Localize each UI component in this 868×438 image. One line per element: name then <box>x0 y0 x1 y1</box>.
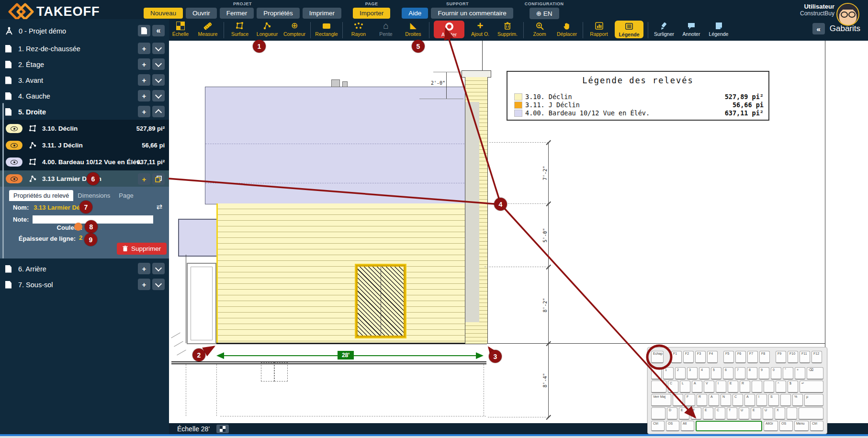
tool-arreter[interactable]: Arrêter <box>434 21 464 38</box>
hatched-window-takeoff[interactable] <box>356 265 406 337</box>
nouveau-button[interactable]: Nouveau <box>144 8 183 19</box>
add-takeoff-button[interactable]: + <box>138 263 150 274</box>
language-button[interactable]: ⊕ EN <box>530 8 559 19</box>
takeoff-item-bardeau[interactable]: 4.00. Bardeau 10/12 Vue en Élév. 637,11 … <box>0 154 169 170</box>
door-inner-panel <box>191 267 213 340</box>
tool-annoter[interactable]: Annoter <box>680 21 703 37</box>
sidebar-scrollbar[interactable] <box>2 103 4 258</box>
page-icon <box>5 77 11 84</box>
keyboard-key: 5 <box>711 367 721 380</box>
keyboard-key: F10 <box>788 351 798 363</box>
visibility-eye-icon[interactable] <box>6 124 23 133</box>
keyboard-key: C <box>715 407 725 420</box>
visibility-eye-icon[interactable] <box>6 141 23 150</box>
tool-rectangle[interactable]: Rectangle <box>315 21 338 37</box>
scale-tool-button[interactable] <box>216 425 229 433</box>
keyboard-row: Verr MajFRANCAIS%µ <box>651 394 823 406</box>
expand-button[interactable] <box>152 90 165 101</box>
expand-button[interactable] <box>152 58 165 70</box>
chimney-cap <box>462 70 491 78</box>
tool-droites[interactable]: ◣ Droites <box>402 21 425 37</box>
collapse-button[interactable] <box>152 106 165 117</box>
aide-button[interactable]: Aide <box>402 8 428 19</box>
tool-compteur[interactable]: ⊕ Compteur <box>283 21 306 37</box>
expand-button[interactable] <box>152 263 165 274</box>
roof-area-takeoff[interactable] <box>205 87 486 204</box>
visibility-eye-icon[interactable] <box>6 174 23 183</box>
sidebar-page-droite[interactable]: 5. Droite + <box>0 104 169 120</box>
dim-ext <box>488 417 548 417</box>
tab-page[interactable]: Page <box>114 190 137 201</box>
header-group-page: PAGE Importer <box>353 1 390 19</box>
add-takeoff-button[interactable]: + <box>138 106 150 117</box>
tool-surface[interactable]: Surface <box>228 21 251 37</box>
project-icon <box>4 26 14 36</box>
fermer-button[interactable]: Fermer <box>220 8 254 19</box>
tab-dimensions[interactable]: Dimensions <box>73 190 114 201</box>
takeoff-item-declin[interactable]: 3.10. Déclin 527,89 pi² <box>0 121 169 136</box>
add-page-button[interactable] <box>138 25 150 36</box>
add-takeoff-button[interactable]: + <box>138 43 150 54</box>
commentaire-button[interactable]: Fournir un commentaire <box>431 8 513 19</box>
user-block[interactable]: Utilisateur ConstructBuy <box>800 3 834 17</box>
sidebar-page-etage[interactable]: 2. Étage + <box>0 56 169 72</box>
sidebar-page-arriere[interactable]: 6. Arrière + <box>0 261 169 277</box>
legend-label: 4.00. Bardeau 10/12 Vue en Élév. <box>525 109 650 117</box>
header-group-configuration: CONFIGURATION ⊕ EN <box>525 1 564 19</box>
color-swatch[interactable] <box>74 223 82 231</box>
keyboard-key: V <box>704 381 714 393</box>
sidebar-page-rez[interactable]: 1. Rez-de-chaussée + <box>0 41 169 56</box>
tool-echelle[interactable]: Échelle <box>169 21 192 37</box>
takeoff-value: 56,66 pi <box>142 142 165 149</box>
proprietes-button[interactable]: Propriétés <box>257 8 300 19</box>
tool-label: Annoter <box>683 31 700 37</box>
swap-icon[interactable]: ⇄ <box>156 202 162 211</box>
importer-button[interactable]: Importer <box>353 8 390 19</box>
wall-siding-takeoff[interactable] <box>216 203 484 343</box>
dim-ext <box>489 142 548 143</box>
tool-legende-note[interactable]: Légende <box>707 21 730 37</box>
legend-value: 637,11 pi² <box>725 109 764 117</box>
avatar[interactable] <box>836 3 859 26</box>
tool-label: Échelle <box>172 31 189 37</box>
tool-ajout[interactable]: + Ajout O. <box>469 21 492 37</box>
takeoff-item-larmier-row[interactable]: 3.13 Larmier Déclin + <box>0 171 169 187</box>
sidebar-project-row[interactable]: 0 - Projet démo « <box>0 23 169 39</box>
keyboard-key: 4 <box>699 367 710 380</box>
tool-rapport[interactable]: Rapport <box>587 21 610 37</box>
epaisseur-value[interactable]: 2 <box>79 234 82 241</box>
takeoff-item-jdeclin[interactable]: 3.11. J Déclin 56,66 pi <box>0 137 169 153</box>
expand-button[interactable] <box>152 43 165 54</box>
collapse-templates-button[interactable]: « <box>812 23 825 34</box>
tool-deplacer[interactable]: Déplacer <box>555 21 578 37</box>
tool-label: Rectangle <box>315 31 338 37</box>
ouvrir-button[interactable]: Ouvrir <box>186 8 217 19</box>
plus-icon: + <box>477 22 484 30</box>
collapse-sidebar-button[interactable]: « <box>152 25 165 36</box>
tool-measure[interactable]: Measure <box>196 21 219 37</box>
add-measure-button[interactable]: + <box>138 173 150 185</box>
add-takeoff-button[interactable]: + <box>138 74 150 86</box>
sidebar-page-soussol[interactable]: 7. Sous-sol + <box>0 277 169 292</box>
chimney-shaded-face <box>465 102 480 322</box>
supprimer-button[interactable]: Supprimer <box>117 243 167 255</box>
add-takeoff-button[interactable]: + <box>138 90 150 101</box>
expand-button[interactable] <box>152 279 165 290</box>
sidebar-page-gauche[interactable]: 4. Gauche + <box>0 88 169 104</box>
tool-zoom[interactable]: Zoom <box>528 21 551 37</box>
add-takeoff-button[interactable]: + <box>138 279 150 290</box>
tool-supprimer[interactable]: Supprim. <box>496 21 519 37</box>
imprimer-button[interactable]: Imprimer <box>303 8 341 19</box>
tab-proprietes-du-releve[interactable]: Propriétés du relevé <box>9 190 73 201</box>
tool-rayon[interactable]: Rayon <box>347 21 370 37</box>
tool-label: Légende <box>709 31 729 37</box>
layers-button[interactable] <box>152 173 165 185</box>
sidebar-page-avant[interactable]: 3. Avant + <box>0 72 169 88</box>
visibility-eye-icon[interactable] <box>6 157 23 167</box>
tool-longueur[interactable]: Longueur <box>256 21 279 37</box>
tool-surligner[interactable]: Surligner <box>653 21 676 37</box>
expand-button[interactable] <box>152 74 165 86</box>
tool-legende-active[interactable]: Légende <box>615 21 643 38</box>
tool-label: Measure <box>198 31 218 37</box>
add-takeoff-button[interactable]: + <box>138 58 150 70</box>
